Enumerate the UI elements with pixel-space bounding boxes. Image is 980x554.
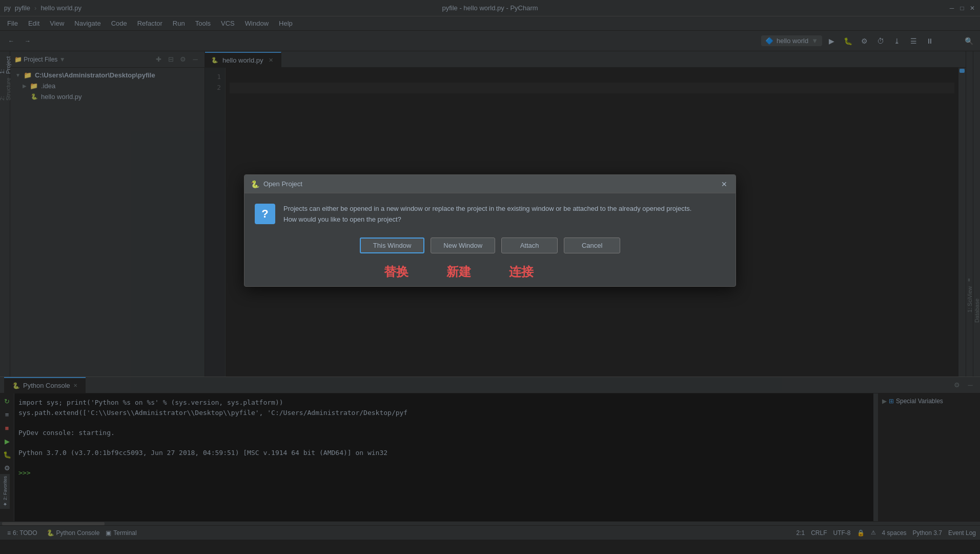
chinese-labels: 替换 新建 连接 (244, 264, 736, 286)
cancel-button[interactable]: Cancel (564, 238, 620, 253)
dialog-content: ? Projects can either be opened in a new… (244, 193, 736, 233)
this-window-button[interactable]: This Window (360, 238, 424, 253)
dialog-title-bar: 🐍 Open Project ✕ (244, 175, 736, 193)
chinese-connect-label: 连接 (493, 264, 549, 280)
chinese-cancel-placeholder (556, 264, 612, 280)
dialog-title-icon: 🐍 (251, 180, 259, 188)
dialog-question-icon: ? (255, 204, 275, 224)
dialog-message-line2: How would you like to open the project? (283, 214, 691, 225)
dialog-title-text: Open Project (263, 180, 302, 188)
dialog-message: Projects can either be opened in a new w… (283, 204, 691, 225)
attach-button[interactable]: Attach (501, 238, 558, 253)
dialog-message-line1: Projects can either be opened in a new w… (283, 204, 691, 214)
chinese-new-label: 新建 (431, 264, 487, 280)
chinese-replace-label: 替换 (368, 264, 424, 280)
open-project-dialog: 🐍 Open Project ✕ ? Projects can either b… (244, 174, 736, 287)
dialog-buttons: This Window New Window Attach Cancel (244, 233, 736, 264)
dialog-close-button[interactable]: ✕ (719, 179, 729, 189)
new-window-button[interactable]: New Window (431, 238, 495, 253)
dialog-title: 🐍 Open Project (251, 180, 302, 188)
